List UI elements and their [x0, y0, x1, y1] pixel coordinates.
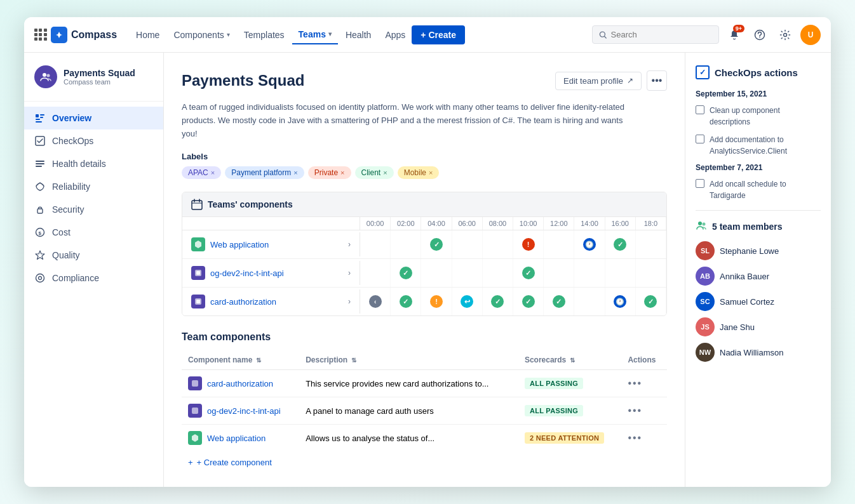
- cell-2: [421, 259, 452, 287]
- cell-6: [544, 230, 574, 258]
- team-name: Payments Squad: [64, 68, 135, 78]
- sidebar-item-security[interactable]: Security: [24, 198, 163, 221]
- svg-point-19: [36, 274, 44, 282]
- label-remove-payment[interactable]: ×: [293, 169, 297, 176]
- sort-icon-name[interactable]: ⇅: [256, 357, 261, 364]
- row-actions-2[interactable]: •••: [628, 432, 642, 443]
- row-actions-1[interactable]: •••: [628, 405, 642, 416]
- label-remove-client[interactable]: ×: [383, 169, 387, 176]
- team-description: A team of rugged individualists focused …: [182, 101, 626, 140]
- col-description: Description ⇅: [299, 350, 518, 370]
- nav-components[interactable]: Components ▾: [167, 26, 236, 44]
- label-remove-mobile[interactable]: ×: [429, 169, 433, 176]
- checkbox-2[interactable]: [696, 179, 704, 188]
- comp-link-card-auth[interactable]: card-authorization: [207, 379, 273, 388]
- row-actions-0[interactable]: •••: [628, 378, 642, 388]
- cell-2: !: [421, 288, 452, 315]
- labels-title: Labels: [182, 152, 667, 161]
- search-input[interactable]: [611, 30, 712, 39]
- timeline-row-card-auth: card-authorization › ‹ ✓ ! ↩ ✓ ✓ ✓ 🕐 ✓: [182, 288, 666, 315]
- cell-desc-0: This service provides new card authoriza…: [299, 370, 518, 397]
- sidebar-item-health-details[interactable]: Health details: [24, 152, 163, 175]
- search-box[interactable]: [592, 25, 719, 44]
- checkops-date-0: September 15, 2021: [696, 90, 821, 98]
- checkbox-0[interactable]: [696, 105, 704, 114]
- sort-icon-score[interactable]: ⇅: [570, 357, 575, 364]
- plus-icon: +: [188, 458, 193, 467]
- status-green-2: ✓: [614, 238, 626, 251]
- components-table: Component name ⇅ Description ⇅ Scorecard…: [182, 350, 667, 451]
- reliability-icon: [34, 181, 46, 192]
- health-details-icon: [34, 158, 46, 169]
- notifications-button[interactable]: 9+: [724, 25, 744, 45]
- svg-point-6: [47, 74, 50, 77]
- sidebar-item-reliability[interactable]: Reliability: [24, 175, 163, 198]
- sort-icon-desc[interactable]: ⇅: [351, 357, 356, 364]
- nav-health[interactable]: Health: [339, 26, 377, 44]
- create-button[interactable]: + Create: [412, 25, 465, 44]
- sidebar-item-cost[interactable]: $ Cost: [24, 221, 163, 244]
- label-apac: APAC ×: [182, 166, 221, 179]
- overview-icon: [34, 112, 46, 124]
- nav-teams[interactable]: Teams ▾: [292, 25, 338, 44]
- app-window: Compass Home Components ▾ Templates Team…: [24, 17, 831, 487]
- sidebar-item-compliance[interactable]: Compliance: [24, 267, 163, 289]
- nav-home[interactable]: Home: [130, 26, 166, 44]
- cell-1: ✓: [391, 259, 421, 287]
- nav-apps[interactable]: Apps: [379, 26, 412, 44]
- timeline-label-og-dev2[interactable]: og-dev2-inc-t-int-api ›: [182, 261, 360, 285]
- more-actions-button[interactable]: •••: [647, 70, 667, 91]
- settings-button[interactable]: [775, 25, 795, 45]
- panel-divider: [696, 210, 821, 211]
- comp-link-web-app[interactable]: Web application: [207, 434, 266, 443]
- brand[interactable]: Compass: [51, 27, 117, 43]
- sidebar-item-checkops[interactable]: CheckOps: [24, 129, 163, 152]
- card-auth-table-icon: [188, 376, 202, 390]
- main-content: Payments Squad Edit team profile ↗ ••• A…: [164, 53, 685, 487]
- member-item-4: NW Nadia Williamson: [696, 343, 821, 362]
- cell-0: [360, 259, 391, 287]
- time-04: 04:00: [421, 217, 452, 230]
- scorecard-badge-green-1: ALL PASSING: [525, 405, 583, 416]
- timeline-label-card-auth[interactable]: card-authorization ›: [182, 289, 360, 314]
- compass-logo-icon: [51, 27, 67, 43]
- cell-4: ✓: [483, 288, 513, 315]
- create-component-button[interactable]: + + Create component: [182, 451, 667, 474]
- nav-templates[interactable]: Templates: [238, 26, 291, 44]
- comp-link-og-dev2[interactable]: og-dev2-inc-t-int-api: [207, 406, 281, 416]
- sidebar-item-quality[interactable]: Quality: [24, 244, 163, 267]
- label-remove-private[interactable]: ×: [340, 169, 344, 176]
- sidebar: Payments Squad Compass team Overview Che…: [24, 53, 164, 487]
- checkops-icon: [34, 135, 46, 147]
- help-button[interactable]: [750, 25, 770, 45]
- sidebar-item-overview[interactable]: Overview: [24, 107, 163, 129]
- cell-2: ✓: [421, 230, 452, 258]
- cell-score-2: 2 NEED ATTENTION: [518, 425, 621, 452]
- row-expand-icon-2: ›: [348, 269, 351, 277]
- card-auth-name: card-authorization: [210, 297, 276, 307]
- cell-1: ✓: [391, 288, 421, 315]
- checkops-item-1: Add documentation to AnalyticsService.Cl…: [696, 134, 821, 157]
- svg-rect-9: [40, 117, 43, 118]
- team-icon: [39, 70, 52, 83]
- cell-9: [636, 259, 666, 287]
- timeline-label-web-app[interactable]: Web application ›: [182, 232, 360, 256]
- member-name-0: Stephanie Lowe: [720, 246, 779, 256]
- member-item-3: JS Jane Shu: [696, 317, 821, 336]
- label-remove-apac[interactable]: ×: [211, 169, 215, 176]
- cell-8: [605, 259, 636, 287]
- cell-7: [574, 259, 605, 287]
- members-count-label: 5 team members: [712, 222, 783, 232]
- checkbox-1[interactable]: [696, 135, 704, 143]
- cell-9: [636, 230, 666, 258]
- checkops-item-text-1: Add documentation to AnalyticsService.Cl…: [710, 134, 821, 157]
- sidebar-label-quality: Quality: [52, 250, 80, 260]
- time-12: 12:00: [544, 217, 574, 230]
- edit-profile-button[interactable]: Edit team profile ↗: [555, 72, 642, 90]
- cell-actions-2: •••: [621, 425, 667, 452]
- user-avatar[interactable]: U: [800, 25, 821, 45]
- timeline-label-spacer: [182, 217, 360, 230]
- grid-icon[interactable]: [34, 29, 47, 41]
- cell-score-1: ALL PASSING: [518, 397, 621, 425]
- help-icon: [754, 29, 765, 41]
